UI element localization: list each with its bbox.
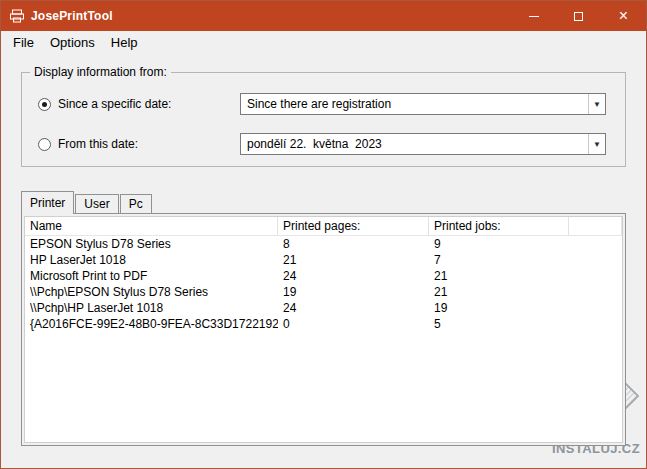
cell-pages: 8	[278, 236, 429, 252]
cell-name: \\Pchp\EPSON Stylus D78 Series	[25, 284, 278, 300]
close-icon: ×	[619, 8, 628, 24]
table-row[interactable]: EPSON Stylus D78 Series 8 9	[25, 236, 622, 252]
tab-printer[interactable]: Printer	[21, 191, 74, 214]
listview-header: Name Printed pages: Printed jobs:	[25, 217, 622, 236]
printer-listview: Name Printed pages: Printed jobs: EPSON …	[24, 216, 623, 443]
window-controls: ×	[511, 1, 646, 31]
tab-strip: Printer User Pc	[21, 191, 153, 214]
app-icon	[9, 8, 25, 24]
column-header-printed-pages[interactable]: Printed pages:	[278, 217, 429, 235]
cell-jobs: 21	[429, 268, 569, 284]
column-header-printed-jobs[interactable]: Printed jobs:	[429, 217, 569, 235]
radio-selected-icon	[38, 98, 51, 111]
column-header-name[interactable]: Name	[25, 217, 278, 235]
cell-jobs: 7	[429, 252, 569, 268]
cell-pages: 21	[278, 252, 429, 268]
minimize-button[interactable]	[511, 1, 556, 31]
table-row[interactable]: \\Pchp\EPSON Stylus D78 Series 19 21	[25, 284, 622, 300]
date-picker[interactable]: pondělí 22. května 2023 ▼	[240, 133, 606, 155]
menu-options[interactable]: Options	[42, 32, 103, 53]
since-date-radio-label: Since a specific date:	[58, 97, 171, 111]
titlebar: JosePrintTool ×	[1, 1, 646, 31]
display-information-groupbox: Display information from: Since a specif…	[21, 65, 626, 167]
menu-file[interactable]: File	[5, 32, 42, 53]
cell-pages: 24	[278, 300, 429, 316]
cell-pages: 0	[278, 316, 429, 332]
printer-tab-panel: Name Printed pages: Printed jobs: EPSON …	[21, 213, 626, 446]
from-date-radio-label: From this date:	[58, 137, 138, 151]
cell-pages: 19	[278, 284, 429, 300]
menu-help[interactable]: Help	[103, 32, 146, 53]
minimize-icon	[529, 16, 539, 17]
cell-name: Microsoft Print to PDF	[25, 268, 278, 284]
cell-jobs: 5	[429, 316, 569, 332]
chevron-down-icon[interactable]: ▼	[588, 134, 605, 154]
table-row[interactable]: {A2016FCE-99E2-48B0-9FEA-8C33D1722192} 0…	[25, 316, 622, 332]
date-picker-value: pondělí 22. května 2023	[247, 137, 382, 151]
table-row[interactable]: \\Pchp\HP LaserJet 1018 24 19	[25, 300, 622, 316]
chevron-down-icon[interactable]: ▼	[588, 94, 605, 114]
from-date-radio[interactable]: From this date:	[38, 137, 138, 151]
since-date-combobox-value: Since there are registration	[247, 97, 391, 111]
tab-pc[interactable]: Pc	[120, 194, 152, 214]
close-button[interactable]: ×	[601, 1, 646, 31]
tab-user[interactable]: User	[75, 194, 118, 214]
column-header-empty[interactable]	[569, 217, 622, 235]
since-date-radio[interactable]: Since a specific date:	[38, 97, 171, 111]
app-window: JosePrintTool × File Options Help Displa…	[0, 0, 647, 469]
maximize-button[interactable]	[556, 1, 601, 31]
table-row[interactable]: Microsoft Print to PDF 24 21	[25, 268, 622, 284]
cell-name: {A2016FCE-99E2-48B0-9FEA-8C33D1722192}	[25, 316, 278, 332]
cell-name: EPSON Stylus D78 Series	[25, 236, 278, 252]
window-title: JosePrintTool	[31, 9, 113, 23]
table-row[interactable]: HP LaserJet 1018 21 7	[25, 252, 622, 268]
cell-jobs: 9	[429, 236, 569, 252]
cell-jobs: 21	[429, 284, 569, 300]
cell-pages: 24	[278, 268, 429, 284]
groupbox-label: Display information from:	[30, 65, 171, 79]
menubar: File Options Help	[1, 31, 646, 54]
cell-jobs: 19	[429, 300, 569, 316]
since-date-combobox[interactable]: Since there are registration ▼	[240, 93, 606, 115]
maximize-icon	[574, 12, 583, 21]
cell-name: HP LaserJet 1018	[25, 252, 278, 268]
radio-unselected-icon	[38, 138, 51, 151]
cell-name: \\Pchp\HP LaserJet 1018	[25, 300, 278, 316]
